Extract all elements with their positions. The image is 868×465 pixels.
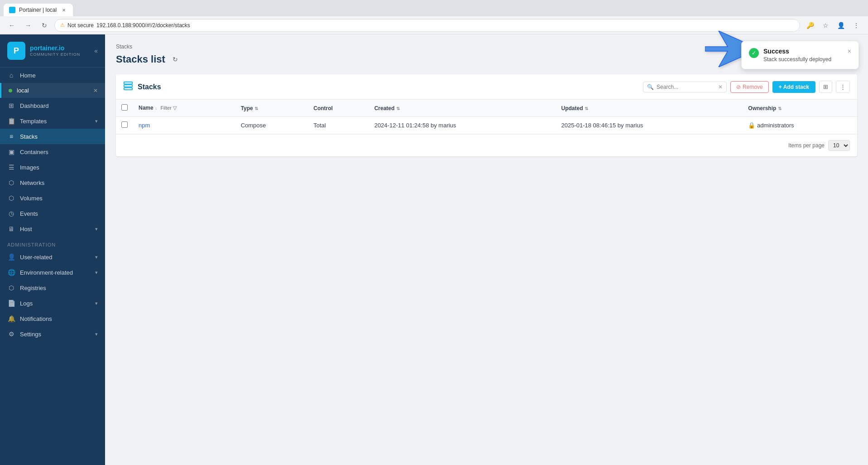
chevron-down-icon: ▾ [95,331,98,337]
sidebar-item-label: Events [20,210,98,217]
browser-chrome: Portainer | local ✕ [0,0,868,16]
more-options-button[interactable]: ⋮ [836,81,850,93]
sidebar-item-logs[interactable]: 📄 Logs ▾ [0,295,105,311]
logs-icon: 📄 [7,300,15,307]
stacks-panel: Stacks 🔍 ✕ ⊘ Remove + Add stack ⊞ [116,74,857,156]
sidebar-item-volumes[interactable]: ⬡ Volumes [0,190,105,206]
sidebar-collapse-button[interactable]: « [94,47,98,54]
security-label: Not secure [67,22,94,29]
sort-name-icon: ↓ [155,106,157,111]
ownership-icon: 🔒 [748,122,755,129]
toast-title: Success [763,48,843,55]
host-icon: 🖥 [7,225,15,232]
search-clear-button[interactable]: ✕ [718,84,723,90]
sidebar-item-registries[interactable]: ⬡ Registries [0,280,105,295]
tab-favicon [9,7,15,13]
browser-tabs: Portainer | local ✕ [4,0,73,16]
tab-title: Portainer | local [19,7,57,13]
row-name-cell: npm [133,117,235,134]
logo-icon: P [7,42,25,60]
images-icon: ☰ [7,164,15,171]
table-container: Name ↓ Filter ▽ Type ⇅ Control Created [116,100,857,134]
sidebar-item-label: Home [20,72,98,79]
items-per-page-label: Items per page [788,142,825,149]
col-ownership: Ownership ⇅ [743,100,857,117]
stacks-panel-icon [123,81,133,93]
sidebar-item-images[interactable]: ☰ Images [0,160,105,175]
sidebar-item-label: Settings [20,331,91,338]
forward-button[interactable]: → [22,19,34,32]
svg-rect-0 [124,82,132,84]
chevron-down-icon: ▾ [95,226,98,232]
brand-name: portainer.io [30,44,80,52]
app-layout: P portainer.io COMMUNITY EDITION « ⌂ Hom… [0,34,868,465]
admin-section-label: Administration [0,237,105,249]
address-bar[interactable]: ⚠ Not secure 192.168.0.188:9000/#!/2/doc… [54,19,800,32]
ownership-value: administrators [757,122,794,129]
sidebar-item-events[interactable]: ◷ Events [0,206,105,221]
table-header: Name ↓ Filter ▽ Type ⇅ Control Created [116,100,857,117]
menu-icon[interactable]: ⋮ [850,19,863,32]
view-toggle-button[interactable]: ⊞ [819,81,832,93]
browser-nav: ← → ↻ ⚠ Not secure 192.168.0.188:9000/#!… [0,16,868,34]
back-button[interactable]: ← [5,19,18,32]
sort-created-icon: ⇅ [396,106,400,111]
page-title: Stacks list [116,53,165,65]
home-icon: ⌂ [7,72,15,79]
sidebar-env: local ✕ [0,83,105,98]
password-manager-icon[interactable]: 🔑 [804,19,816,32]
sidebar-item-dashboard[interactable]: ⊞ Dashboard [0,98,105,113]
sidebar-item-home[interactable]: ⌂ Home [0,68,105,83]
col-control: Control [308,100,369,117]
sidebar-item-environment-related[interactable]: 🌐 Environment-related ▾ [0,265,105,280]
settings-icon: ⚙ [7,330,15,338]
profile-icon[interactable]: 👤 [834,19,847,32]
sidebar-item-label: Containers [20,149,98,155]
sidebar-item-label: Dashboard [20,102,98,109]
filter-name-button[interactable]: Filter ▽ [158,104,178,112]
sidebar-item-label: Notifications [20,315,98,322]
toast-close-button[interactable]: × [848,48,851,55]
col-name: Name ↓ Filter ▽ [133,100,235,117]
toast-container: ✓ Success Stack successfully deployed × [741,41,859,69]
sidebar-item-user-related[interactable]: 👤 User-related ▾ [0,249,105,265]
volumes-icon: ⬡ [7,194,15,202]
stack-name-link[interactable]: npm [139,122,150,129]
table-row: npm Compose Total 2024-12-11 01:24:58 by… [116,117,857,134]
svg-rect-1 [124,85,132,87]
sidebar-item-networks[interactable]: ⬡ Networks [0,175,105,190]
reload-button[interactable]: ↻ [38,19,51,32]
sidebar-item-stacks[interactable]: ≡ Stacks [0,129,105,144]
row-checkbox[interactable] [121,121,128,128]
sort-type-icon: ⇅ [254,106,258,111]
sidebar-item-containers[interactable]: ▣ Containers [0,144,105,160]
sidebar-item-label: Logs [20,300,91,307]
sidebar-item-templates[interactable]: 📋 Templates ▾ [0,113,105,129]
browser-tab-active[interactable]: Portainer | local ✕ [4,4,73,16]
refresh-button[interactable]: ↻ [170,54,181,65]
items-per-page-select[interactable]: 10 25 50 [828,140,850,151]
bookmark-icon[interactable]: ☆ [819,19,832,32]
col-type: Type ⇅ [235,100,308,117]
add-stack-button[interactable]: + Add stack [772,81,815,93]
environment-related-icon: 🌐 [7,269,15,276]
panel-title: Stacks [138,83,638,91]
env-close-button[interactable]: ✕ [93,87,98,94]
select-all-col [116,100,133,117]
panel-actions: 🔍 ✕ ⊘ Remove + Add stack ⊞ ⋮ [643,81,850,93]
search-input[interactable] [657,84,715,90]
notifications-icon: 🔔 [7,315,15,322]
sort-ownership-icon: ⇅ [778,106,782,111]
stacks-icon: ≡ [7,133,15,140]
select-all-checkbox[interactable] [121,104,128,111]
tab-close-button[interactable]: ✕ [60,6,67,14]
sidebar-item-host[interactable]: 🖥 Host ▾ [0,221,105,237]
sidebar-item-notifications[interactable]: 🔔 Notifications [0,311,105,326]
containers-icon: ▣ [7,148,15,155]
sidebar-logo: P portainer.io COMMUNITY EDITION « [0,34,105,68]
pagination-row: Items per page 10 25 50 [116,134,857,156]
remove-button[interactable]: ⊘ Remove [730,81,769,93]
search-icon: 🔍 [647,84,654,90]
chevron-down-icon: ▾ [95,270,98,276]
sidebar-item-settings[interactable]: ⚙ Settings ▾ [0,326,105,342]
